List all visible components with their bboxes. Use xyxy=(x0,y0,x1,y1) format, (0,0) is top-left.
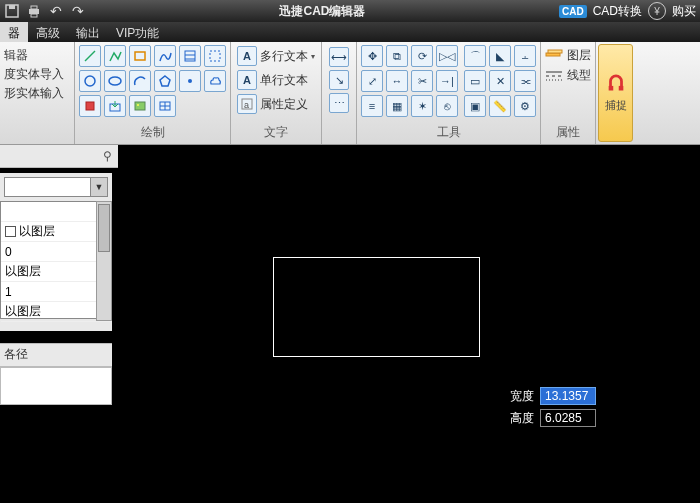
list-item[interactable] xyxy=(1,202,111,222)
align-icon[interactable]: ⫠ xyxy=(514,45,536,67)
polygon-icon[interactable] xyxy=(154,70,176,92)
extend-icon[interactable]: →| xyxy=(436,70,458,92)
break-icon[interactable]: ⎋ xyxy=(436,95,458,117)
rotate-icon[interactable]: ⟳ xyxy=(411,45,433,67)
copy-icon[interactable]: ⧉ xyxy=(386,45,408,67)
chamfer-icon[interactable]: ◣ xyxy=(489,45,511,67)
group-label xyxy=(326,139,352,144)
save-icon[interactable] xyxy=(4,3,20,19)
checkbox[interactable] xyxy=(5,226,16,237)
cad-badge-icon: CAD xyxy=(559,5,587,18)
select-icon[interactable]: ▭ xyxy=(464,70,486,92)
height-value[interactable]: 6.0285 xyxy=(540,409,596,427)
cloud-icon[interactable] xyxy=(204,70,226,92)
misc-icon[interactable]: ⋯ xyxy=(329,93,349,113)
redo-icon[interactable]: ↷ xyxy=(70,3,86,19)
singletext-icon: A xyxy=(237,70,257,90)
scrollbar[interactable] xyxy=(96,201,112,321)
side-item[interactable]: 辑器 xyxy=(4,47,66,64)
menu-editor[interactable]: 器 xyxy=(0,22,28,42)
explode-icon[interactable]: ✶ xyxy=(411,95,433,117)
svg-point-18 xyxy=(137,104,139,106)
width-value[interactable]: 13.1357 xyxy=(540,387,596,405)
drawn-rectangle[interactable] xyxy=(273,257,480,357)
ribbon-tools-group: ✥ ⧉ ⟳ ▷◁ ⤢ ↔ ✂ →| ≡ ▦ ✶ ⎋ ⌒ ◣ ⫠ ▭ ✕ ⫘ ▣ xyxy=(357,42,541,144)
dim-icon[interactable]: ⟷ xyxy=(329,47,349,67)
list-item[interactable]: 以图层 xyxy=(1,302,111,322)
attrdef-icon: a xyxy=(237,94,257,114)
snap-button[interactable]: 捕捉 xyxy=(598,44,633,142)
props-icon[interactable]: ⚙ xyxy=(514,95,536,117)
circle-icon[interactable] xyxy=(79,70,101,92)
list-item[interactable]: 以图层 xyxy=(1,222,111,242)
join-icon[interactable]: ⫘ xyxy=(514,70,536,92)
ellipse-icon[interactable] xyxy=(104,70,126,92)
list-item[interactable]: 1 xyxy=(1,282,111,302)
fillet-icon[interactable]: ⌒ xyxy=(464,45,486,67)
svg-rect-10 xyxy=(210,51,220,61)
group-label: 文字 xyxy=(235,122,317,144)
arc-icon[interactable] xyxy=(129,70,151,92)
menu-output[interactable]: 输出 xyxy=(68,22,108,42)
height-label: 高度 xyxy=(510,410,534,427)
spline-icon[interactable] xyxy=(154,45,176,67)
titlebar-left-icons: ↶ ↷ xyxy=(4,3,86,19)
scrollbar-thumb[interactable] xyxy=(98,204,110,252)
panel-section2: 各径 xyxy=(0,343,112,405)
leader-icon[interactable]: ↘ xyxy=(329,70,349,90)
rect-icon[interactable] xyxy=(129,45,151,67)
list-item[interactable]: 以图层 xyxy=(1,262,111,282)
pin-icon[interactable]: ⚲ xyxy=(103,149,112,163)
ribbon-side-list: 辑器 度实体导入 形实体输入 xyxy=(4,45,66,102)
stretch-icon[interactable]: ↔ xyxy=(386,70,408,92)
layer-button[interactable]: 图层 xyxy=(545,47,591,64)
drawing-canvas[interactable]: 宽度 13.1357 高度 6.0285 xyxy=(118,145,700,503)
panel-combo[interactable]: ▼ xyxy=(4,177,108,197)
offset-icon[interactable]: ≡ xyxy=(361,95,383,117)
menu-vip[interactable]: VIP功能 xyxy=(108,22,167,42)
buy-link[interactable]: 购买 xyxy=(672,3,696,20)
block-icon[interactable] xyxy=(79,95,101,117)
scale-icon[interactable]: ⤢ xyxy=(361,70,383,92)
app-title: 迅捷CAD编辑器 xyxy=(90,3,555,20)
point-icon[interactable] xyxy=(179,70,201,92)
insert-icon[interactable] xyxy=(104,95,126,117)
cad-convert-link[interactable]: CAD转换 xyxy=(593,3,642,20)
ribbon-side-group: 辑器 度实体导入 形实体输入 xyxy=(0,42,75,144)
draw-icons xyxy=(79,45,226,122)
mirror-icon[interactable]: ▷◁ xyxy=(436,45,458,67)
ribbon-draw-group: 绘制 xyxy=(75,42,231,144)
multiline-text-button[interactable]: A 多行文本 ▾ xyxy=(235,45,317,67)
hatch-icon[interactable] xyxy=(179,45,201,67)
layer-icon xyxy=(545,49,563,63)
svg-rect-1 xyxy=(9,5,15,9)
svg-text:a: a xyxy=(244,100,249,110)
group-icon[interactable]: ▣ xyxy=(464,95,486,117)
side-item[interactable]: 度实体导入 xyxy=(4,66,66,83)
polyline-icon[interactable] xyxy=(104,45,126,67)
array-icon[interactable]: ▦ xyxy=(386,95,408,117)
undo-icon[interactable]: ↶ xyxy=(48,3,64,19)
side-item[interactable]: 形实体输入 xyxy=(4,85,66,102)
attr-def-button[interactable]: a 属性定义 xyxy=(235,93,317,115)
workspace: ⚲ ▼ 以图层 0 以图层 1 以图层 各径 宽度 xyxy=(0,145,700,503)
dropdown-icon: ▼ xyxy=(90,178,107,196)
linetype-button[interactable]: 线型 xyxy=(545,67,591,84)
measure-icon[interactable]: 📏 xyxy=(489,95,511,117)
titlebar: ↶ ↷ 迅捷CAD编辑器 CAD CAD转换 ¥ 购买 xyxy=(0,0,700,22)
singleline-text-button[interactable]: A 单行文本 xyxy=(235,69,317,91)
region-icon[interactable] xyxy=(204,45,226,67)
list-item[interactable]: 0 xyxy=(1,242,111,262)
snap-label: 捕捉 xyxy=(605,98,627,113)
erase-icon[interactable]: ✕ xyxy=(489,70,511,92)
menu-advanced[interactable]: 高级 xyxy=(28,22,68,42)
section2-body[interactable] xyxy=(0,367,112,405)
table-icon[interactable] xyxy=(154,95,176,117)
print-icon[interactable] xyxy=(26,3,42,19)
move-icon[interactable]: ✥ xyxy=(361,45,383,67)
line-icon[interactable] xyxy=(79,45,101,67)
trim-icon[interactable]: ✂ xyxy=(411,70,433,92)
svg-rect-3 xyxy=(31,6,37,9)
width-label: 宽度 xyxy=(510,388,534,405)
image-icon[interactable] xyxy=(129,95,151,117)
